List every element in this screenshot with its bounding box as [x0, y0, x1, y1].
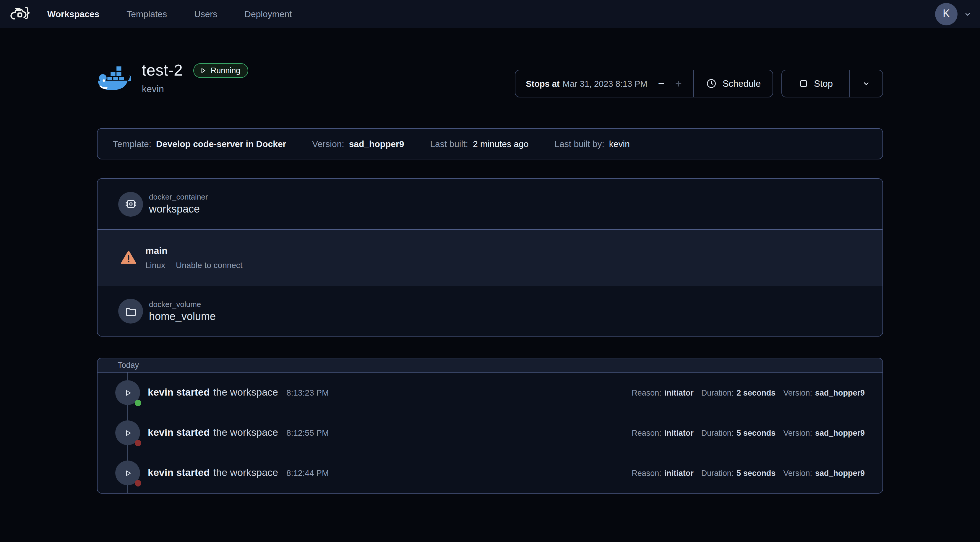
warning-triangle-icon	[120, 250, 136, 265]
resources-card: docker_container workspace main Linux	[97, 178, 883, 336]
workspace-owner: kevin	[142, 84, 248, 95]
event-time: 8:12:44 PM	[286, 468, 329, 478]
resource-type: docker_container	[149, 192, 208, 201]
event-time: 8:13:23 PM	[286, 388, 329, 397]
event-action: the workspace	[213, 467, 278, 479]
last-built-label: Last built:	[430, 139, 468, 149]
stop-menu-chevron-down-icon[interactable]	[850, 70, 883, 97]
timeline-group-header: Today	[97, 358, 883, 372]
reason-value: initiator	[664, 388, 694, 397]
schedule-group: Stops at Mar 31, 2023 8:13 PM − + Schedu…	[514, 70, 773, 97]
schedule-button-label: Schedule	[722, 78, 761, 89]
duration-label: Duration:	[701, 428, 734, 437]
agent-row-main: main Linux Unable to connect	[97, 229, 883, 286]
build-status-dot	[135, 440, 141, 446]
duration-value: 5 seconds	[737, 428, 775, 437]
stops-at: Stops at Mar 31, 2023 8:13 PM − +	[515, 70, 694, 97]
resource-name: workspace	[149, 203, 208, 216]
timeline-group-label: Today	[118, 361, 139, 369]
agent-os: Linux	[145, 260, 165, 270]
stop-square-icon	[799, 79, 808, 89]
resource-type: docker_volume	[149, 300, 216, 309]
event-action: the workspace	[213, 427, 278, 439]
event-actor: kevin started	[148, 467, 210, 479]
docker-whale-icon	[97, 64, 131, 92]
duration-value: 5 seconds	[737, 469, 775, 477]
version-value: sad_hopper9	[349, 139, 404, 149]
stop-group: Stop	[781, 70, 883, 97]
play-outline-icon	[123, 428, 132, 437]
event-actor: kevin started	[148, 427, 210, 439]
workspace-header: test-2 Running kevin Stops at Mar 31, 20…	[97, 62, 883, 97]
coder-workspace-page: Workspaces Templates Users Deployment K	[0, 0, 980, 542]
last-built-value: 2 minutes ago	[473, 139, 528, 149]
nav-links: Workspaces Templates Users Deployment	[47, 9, 292, 19]
workspace-controls: Stops at Mar 31, 2023 8:13 PM − + Schedu…	[514, 70, 883, 97]
agent-name: main	[145, 246, 243, 256]
play-outline-icon	[123, 388, 132, 397]
status-badge: Running	[194, 63, 248, 78]
last-built-by-value: kevin	[609, 139, 630, 149]
clock-icon	[706, 78, 717, 89]
workspace-name: test-2	[142, 62, 183, 80]
stop-button-label: Stop	[814, 78, 833, 89]
stops-at-label: Stops at	[526, 79, 560, 88]
builds-timeline-card: Today kevin started the workspace 8:13:2…	[97, 358, 883, 494]
status-badge-label: Running	[211, 66, 240, 75]
increase-deadline-button[interactable]: +	[675, 78, 682, 89]
reason-value: initiator	[664, 469, 694, 477]
event-actor: kevin started	[148, 387, 210, 399]
template-value: Develop code-server in Docker	[156, 139, 286, 149]
user-menu-chevron-down-icon[interactable]	[963, 10, 972, 18]
folder-icon	[124, 305, 137, 317]
version-label: Version:	[783, 428, 812, 437]
stops-at-value: Mar 31, 2023 8:13 PM	[563, 79, 648, 88]
nav-item-deployment[interactable]: Deployment	[244, 9, 292, 19]
agent-status: Unable to connect	[176, 260, 243, 270]
nav-item-templates[interactable]: Templates	[126, 9, 167, 19]
duration-value: 2 seconds	[737, 388, 775, 397]
version-label: Version:	[783, 388, 812, 397]
reason-label: Reason:	[632, 388, 662, 397]
version-value: sad_hopper9	[815, 388, 865, 397]
cpu-chip-icon	[124, 197, 137, 211]
resource-name: home_volume	[149, 310, 216, 323]
duration-label: Duration:	[701, 388, 734, 397]
play-outline-icon	[123, 469, 132, 477]
nav-item-workspaces[interactable]: Workspaces	[47, 9, 99, 19]
version-value: sad_hopper9	[815, 428, 865, 437]
top-navigation: Workspaces Templates Users Deployment K	[0, 0, 980, 29]
build-event-row[interactable]: kevin started the workspace 8:13:23 PM R…	[97, 372, 883, 413]
nav-item-users[interactable]: Users	[194, 9, 217, 19]
last-built-by-label: Last built by:	[554, 139, 604, 149]
template-label: Template:	[113, 139, 151, 149]
event-time: 8:12:55 PM	[286, 428, 329, 437]
decrease-deadline-button[interactable]: −	[658, 78, 665, 89]
version-label: Version:	[312, 139, 344, 149]
build-event-row[interactable]: kevin started the workspace 8:12:55 PM R…	[97, 413, 883, 453]
play-outline-icon	[200, 67, 207, 74]
event-action: the workspace	[213, 387, 278, 399]
user-avatar[interactable]: K	[935, 3, 958, 25]
coder-logo-icon[interactable]	[8, 4, 32, 24]
duration-label: Duration:	[701, 469, 734, 477]
schedule-button[interactable]: Schedule	[694, 70, 773, 97]
version-value: sad_hopper9	[815, 469, 865, 477]
build-status-dot	[135, 480, 141, 487]
build-status-dot	[135, 400, 141, 406]
reason-label: Reason:	[632, 428, 662, 437]
version-label: Version:	[783, 469, 812, 477]
template-info-bar: Template: Develop code-server in Docker …	[97, 128, 883, 159]
build-event-row[interactable]: kevin started the workspace 8:12:44 PM R…	[97, 453, 883, 493]
stop-button[interactable]: Stop	[782, 70, 850, 97]
reason-value: initiator	[664, 428, 694, 437]
reason-label: Reason:	[632, 469, 662, 477]
resource-row-docker-container: docker_container workspace	[97, 179, 883, 229]
resource-row-docker-volume: docker_volume home_volume	[97, 286, 883, 336]
